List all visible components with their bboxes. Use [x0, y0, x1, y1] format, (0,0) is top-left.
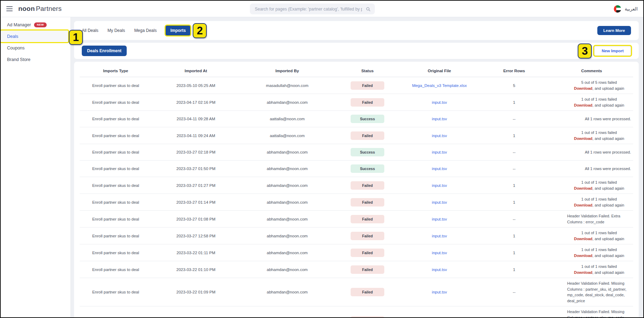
sidebar-item-coupons[interactable]: Coupons	[1, 42, 71, 54]
table-row: Enroll partner skus to deal 2023-05-10 0…	[80, 77, 633, 94]
comment-cell: 1 out of 1 rows failed Download, and upl…	[567, 130, 631, 141]
comment-suffix: , and upload again	[592, 203, 624, 207]
cell-imported-by: aattalla@noon.com	[240, 111, 334, 127]
column-header-imports-type: Imports Type	[80, 63, 152, 77]
comment-text: 1 out of 1 rows failed	[567, 96, 631, 102]
comment-text: Header Validation Failed. Extra Columns …	[567, 213, 631, 225]
original-file-link[interactable]: Mega_Deals_v3 Template.xlsx	[412, 83, 467, 88]
sidebar-item-brand-store[interactable]: Brand Store	[1, 54, 71, 65]
cell-imported-at: 2023-03-22 01:10 PM	[152, 261, 240, 278]
tab-my-deals[interactable]: My Deals	[107, 26, 125, 35]
comment-cell: Header Validation Failed. Missing Column…	[567, 280, 631, 304]
table-row: Enroll partner skus to deal 2023-03-27 0…	[80, 194, 633, 211]
search-input[interactable]	[254, 6, 363, 12]
column-header-status: Status	[334, 63, 400, 77]
comment-text: 1 out of 1 rows failed	[567, 130, 631, 136]
original-file-link[interactable]: input.tsv	[432, 251, 447, 255]
comment-cell: All 1 rows were processed.	[567, 149, 631, 155]
status-badge: Success	[351, 148, 384, 156]
cell-imported-by: abhamdan@noon.com	[240, 194, 334, 211]
download-link[interactable]: Download	[574, 203, 592, 207]
comment-cell: 1 out of 1 rows failed Download, and upl…	[567, 196, 631, 208]
cell-error-rows: 1	[478, 177, 550, 194]
cell-imports-type: Enroll partner skus to deal	[80, 161, 152, 177]
comment-text: 1 out of 1 rows failed	[567, 180, 631, 185]
table-row: Enroll partner skus to deal 2023-03-22 0…	[80, 244, 633, 261]
tabs-bar: All Deals My Deals Mega Deals Imports 2 …	[74, 21, 639, 40]
cell-imports-type: Enroll partner skus to deal	[80, 244, 152, 261]
download-link[interactable]: Download	[574, 186, 592, 190]
original-file-link[interactable]: input.tsv	[432, 167, 447, 171]
original-file-link[interactable]: input.tsv	[432, 234, 447, 238]
status-badge: Failed	[351, 131, 384, 140]
cell-error-rows: 1	[478, 261, 550, 278]
download-link[interactable]: Download	[574, 237, 592, 241]
status-badge: Failed	[351, 181, 384, 190]
original-file-link[interactable]: input.tsv	[432, 200, 447, 204]
cell-imported-by: aattalla@noon.com	[240, 127, 334, 144]
learn-more-button[interactable]: Learn More	[597, 26, 631, 35]
original-file-link[interactable]: input.tsv	[432, 290, 447, 294]
cell-imported-by: abhamdan@noon.com	[240, 306, 334, 318]
language-switcher[interactable]: العربية	[614, 5, 638, 13]
column-header-imported-by: Imported By	[240, 63, 334, 77]
original-file-link[interactable]: input.tsv	[432, 217, 447, 221]
download-link[interactable]: Download	[574, 103, 592, 107]
download-link[interactable]: Download	[574, 270, 592, 275]
sidebar: Ad Manager NEW Deals Coupons Brand Store	[1, 17, 71, 317]
status-badge: Failed	[351, 265, 384, 274]
cell-imports-type: Enroll partner skus to deal	[80, 211, 152, 228]
cell-error-rows: 1	[478, 127, 550, 144]
tab-all-deals[interactable]: All Deals	[82, 26, 98, 35]
table-body: Enroll partner skus to deal 2023-05-10 0…	[80, 77, 633, 318]
sidebar-item-deals[interactable]: Deals	[1, 31, 68, 42]
original-file-link[interactable]: input.tsv	[432, 268, 447, 272]
comment-suffix: , and upload again	[592, 253, 624, 258]
page-search	[250, 4, 375, 14]
status-badge: Failed	[351, 98, 384, 107]
comment-suffix: , and upload again	[592, 136, 624, 141]
tab-imports[interactable]: Imports	[166, 26, 190, 35]
deals-tabs: All Deals My Deals Mega Deals Imports	[82, 26, 190, 35]
status-badge: Success	[351, 164, 384, 173]
cell-imported-at: 2023-03-27 12:58 PM	[152, 228, 240, 244]
table-row: Enroll partner skus to deal 2023-03-22 0…	[80, 278, 633, 306]
column-header-original-file: Original File	[401, 63, 478, 77]
sidebar-item-ad-manager[interactable]: Ad Manager NEW	[1, 19, 71, 31]
cell-error-rows: 1	[478, 194, 550, 211]
cell-imported-at: 2023-03-27 02:18 PM	[152, 144, 240, 161]
original-file-link[interactable]: input.tsv	[432, 134, 447, 138]
table-row: Enroll partner skus to deal 2023-04-11 0…	[80, 111, 633, 127]
tab-mega-deals[interactable]: Mega Deals	[134, 26, 157, 35]
deals-enrollment-button[interactable]: Deals Enrollment	[82, 46, 127, 56]
new-import-button[interactable]: New Import	[594, 46, 631, 56]
main-content: All Deals My Deals Mega Deals Imports 2 …	[71, 17, 643, 317]
cell-imported-at: 2023-03-09 04:55 PM	[152, 306, 240, 318]
status-badge: Failed	[351, 81, 384, 90]
cell-imported-by: masadullah@noon.com	[240, 77, 334, 94]
original-file-link[interactable]: input.tsv	[432, 100, 447, 104]
original-file-link[interactable]: input.tsv	[432, 183, 447, 188]
comment-cell: Header Validation Failed. Extra Columns …	[567, 213, 631, 225]
comment-cell: 1 out of 1 rows failed Download, and upl…	[567, 180, 631, 191]
cell-imports-type: Enroll partner skus to deal	[80, 194, 152, 211]
hamburger-menu-icon[interactable]	[6, 6, 13, 11]
comment-cell: 1 out of 1 rows failed Download, and upl…	[567, 230, 631, 242]
original-file-link[interactable]: input.tsv	[432, 150, 447, 154]
cell-error-rows: 1	[478, 94, 550, 111]
cell-imported-by: abhamdan@noon.com	[240, 278, 334, 306]
brand-logo-partners: Partners	[36, 5, 61, 12]
status-badge: Failed	[351, 232, 384, 240]
download-link[interactable]: Download	[574, 136, 592, 141]
table-row: Enroll partner skus to deal 2023-03-27 0…	[80, 161, 633, 177]
brand-logo: noonPartners	[18, 5, 62, 13]
comment-text: 1 out of 1 rows failed	[567, 196, 631, 202]
download-link[interactable]: Download	[574, 86, 592, 90]
original-file-link[interactable]: input.tsv	[432, 117, 447, 121]
cell-imports-type: Enroll partner skus to deal	[80, 177, 152, 194]
comment-cell: All 1 rows were processed.	[567, 166, 631, 172]
tab-label: Mega Deals	[134, 28, 157, 33]
table-row: Enroll partner skus to deal 2023-04-11 0…	[80, 127, 633, 144]
cell-imported-by: abhamdan@noon.com	[240, 144, 334, 161]
download-link[interactable]: Download	[574, 253, 592, 258]
